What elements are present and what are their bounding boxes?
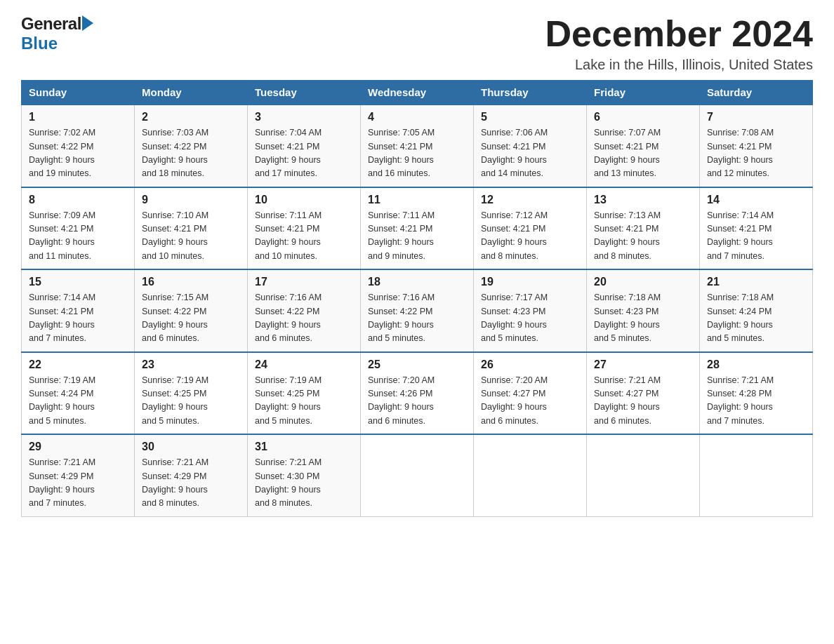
calendar-day-cell bbox=[587, 434, 700, 516]
day-info: Sunrise: 7:21 AMSunset: 4:29 PMDaylight:… bbox=[142, 456, 240, 511]
day-info: Sunrise: 7:12 AMSunset: 4:21 PMDaylight:… bbox=[481, 209, 579, 264]
calendar-header-row: SundayMondayTuesdayWednesdayThursdayFrid… bbox=[22, 81, 813, 105]
day-number: 15 bbox=[29, 276, 127, 288]
day-info: Sunrise: 7:16 AMSunset: 4:22 PMDaylight:… bbox=[368, 291, 466, 346]
calendar-day-cell: 23Sunrise: 7:19 AMSunset: 4:25 PMDayligh… bbox=[135, 352, 248, 435]
day-number: 9 bbox=[142, 194, 240, 206]
day-of-week-header: Friday bbox=[587, 81, 700, 105]
day-info: Sunrise: 7:15 AMSunset: 4:22 PMDaylight:… bbox=[142, 291, 240, 346]
day-info: Sunrise: 7:21 AMSunset: 4:29 PMDaylight:… bbox=[29, 456, 127, 511]
day-info: Sunrise: 7:17 AMSunset: 4:23 PMDaylight:… bbox=[481, 291, 579, 346]
calendar-day-cell: 10Sunrise: 7:11 AMSunset: 4:21 PMDayligh… bbox=[248, 187, 361, 270]
day-info: Sunrise: 7:11 AMSunset: 4:21 PMDaylight:… bbox=[255, 209, 353, 264]
day-info: Sunrise: 7:08 AMSunset: 4:21 PMDaylight:… bbox=[707, 126, 805, 181]
calendar-day-cell: 4Sunrise: 7:05 AMSunset: 4:21 PMDaylight… bbox=[361, 105, 474, 187]
calendar-day-cell: 29Sunrise: 7:21 AMSunset: 4:29 PMDayligh… bbox=[22, 434, 135, 516]
calendar-day-cell: 5Sunrise: 7:06 AMSunset: 4:21 PMDaylight… bbox=[474, 105, 587, 187]
day-info: Sunrise: 7:21 AMSunset: 4:30 PMDaylight:… bbox=[255, 456, 353, 511]
day-info: Sunrise: 7:09 AMSunset: 4:21 PMDaylight:… bbox=[29, 209, 127, 264]
day-of-week-header: Thursday bbox=[474, 81, 587, 105]
calendar-day-cell: 14Sunrise: 7:14 AMSunset: 4:21 PMDayligh… bbox=[700, 187, 813, 270]
day-info: Sunrise: 7:04 AMSunset: 4:21 PMDaylight:… bbox=[255, 126, 353, 181]
calendar-day-cell: 28Sunrise: 7:21 AMSunset: 4:28 PMDayligh… bbox=[700, 352, 813, 435]
day-info: Sunrise: 7:19 AMSunset: 4:25 PMDaylight:… bbox=[142, 374, 240, 429]
day-number: 12 bbox=[481, 194, 579, 206]
day-number: 3 bbox=[255, 111, 353, 123]
calendar-day-cell: 11Sunrise: 7:11 AMSunset: 4:21 PMDayligh… bbox=[361, 187, 474, 270]
calendar-day-cell: 9Sunrise: 7:10 AMSunset: 4:21 PMDaylight… bbox=[135, 187, 248, 270]
calendar-day-cell: 26Sunrise: 7:20 AMSunset: 4:27 PMDayligh… bbox=[474, 352, 587, 435]
calendar-day-cell: 6Sunrise: 7:07 AMSunset: 4:21 PMDaylight… bbox=[587, 105, 700, 187]
day-number: 4 bbox=[368, 111, 466, 123]
calendar-day-cell: 12Sunrise: 7:12 AMSunset: 4:21 PMDayligh… bbox=[474, 187, 587, 270]
calendar-day-cell bbox=[361, 434, 474, 516]
calendar-day-cell: 24Sunrise: 7:19 AMSunset: 4:25 PMDayligh… bbox=[248, 352, 361, 435]
day-number: 26 bbox=[481, 358, 579, 371]
calendar-week-row: 15Sunrise: 7:14 AMSunset: 4:21 PMDayligh… bbox=[22, 269, 813, 352]
day-info: Sunrise: 7:19 AMSunset: 4:24 PMDaylight:… bbox=[29, 374, 127, 429]
location-subtitle: Lake in the Hills, Illinois, United Stat… bbox=[545, 57, 813, 73]
day-of-week-header: Sunday bbox=[22, 81, 135, 105]
day-number: 10 bbox=[255, 194, 353, 206]
day-number: 13 bbox=[594, 194, 692, 206]
day-number: 30 bbox=[142, 441, 240, 453]
calendar-day-cell bbox=[474, 434, 587, 516]
day-info: Sunrise: 7:18 AMSunset: 4:23 PMDaylight:… bbox=[594, 291, 692, 346]
day-number: 25 bbox=[368, 358, 466, 371]
day-of-week-header: Wednesday bbox=[361, 81, 474, 105]
calendar-day-cell: 7Sunrise: 7:08 AMSunset: 4:21 PMDaylight… bbox=[700, 105, 813, 187]
day-number: 19 bbox=[481, 276, 579, 288]
day-number: 24 bbox=[255, 358, 353, 371]
calendar-day-cell: 13Sunrise: 7:13 AMSunset: 4:21 PMDayligh… bbox=[587, 187, 700, 270]
calendar-day-cell: 22Sunrise: 7:19 AMSunset: 4:24 PMDayligh… bbox=[22, 352, 135, 435]
calendar-day-cell: 19Sunrise: 7:17 AMSunset: 4:23 PMDayligh… bbox=[474, 269, 587, 352]
calendar-day-cell: 15Sunrise: 7:14 AMSunset: 4:21 PMDayligh… bbox=[22, 269, 135, 352]
title-section: December 2024 Lake in the Hills, Illinoi… bbox=[545, 14, 813, 73]
day-info: Sunrise: 7:20 AMSunset: 4:26 PMDaylight:… bbox=[368, 374, 466, 429]
calendar-day-cell: 3Sunrise: 7:04 AMSunset: 4:21 PMDaylight… bbox=[248, 105, 361, 187]
day-of-week-header: Saturday bbox=[700, 81, 813, 105]
calendar-day-cell: 20Sunrise: 7:18 AMSunset: 4:23 PMDayligh… bbox=[587, 269, 700, 352]
logo-triangle-icon bbox=[82, 15, 93, 31]
day-info: Sunrise: 7:02 AMSunset: 4:22 PMDaylight:… bbox=[29, 126, 127, 181]
calendar-day-cell: 2Sunrise: 7:03 AMSunset: 4:22 PMDaylight… bbox=[135, 105, 248, 187]
day-info: Sunrise: 7:06 AMSunset: 4:21 PMDaylight:… bbox=[481, 126, 579, 181]
calendar-day-cell: 8Sunrise: 7:09 AMSunset: 4:21 PMDaylight… bbox=[22, 187, 135, 270]
day-number: 20 bbox=[594, 276, 692, 288]
day-info: Sunrise: 7:21 AMSunset: 4:28 PMDaylight:… bbox=[707, 374, 805, 429]
day-number: 16 bbox=[142, 276, 240, 288]
day-number: 27 bbox=[594, 358, 692, 371]
day-info: Sunrise: 7:14 AMSunset: 4:21 PMDaylight:… bbox=[29, 291, 127, 346]
day-number: 18 bbox=[368, 276, 466, 288]
day-number: 21 bbox=[707, 276, 805, 288]
calendar-day-cell bbox=[700, 434, 813, 516]
month-title: December 2024 bbox=[545, 14, 813, 54]
logo-blue-text: Blue bbox=[21, 34, 58, 53]
calendar-day-cell: 1Sunrise: 7:02 AMSunset: 4:22 PMDaylight… bbox=[22, 105, 135, 187]
day-info: Sunrise: 7:18 AMSunset: 4:24 PMDaylight:… bbox=[707, 291, 805, 346]
calendar-day-cell: 18Sunrise: 7:16 AMSunset: 4:22 PMDayligh… bbox=[361, 269, 474, 352]
day-info: Sunrise: 7:10 AMSunset: 4:21 PMDaylight:… bbox=[142, 209, 240, 264]
calendar-week-row: 22Sunrise: 7:19 AMSunset: 4:24 PMDayligh… bbox=[22, 352, 813, 435]
day-number: 11 bbox=[368, 194, 466, 206]
day-of-week-header: Monday bbox=[135, 81, 248, 105]
calendar-day-cell: 31Sunrise: 7:21 AMSunset: 4:30 PMDayligh… bbox=[248, 434, 361, 516]
logo: General Blue bbox=[21, 14, 93, 53]
calendar-week-row: 8Sunrise: 7:09 AMSunset: 4:21 PMDaylight… bbox=[22, 187, 813, 270]
day-number: 2 bbox=[142, 111, 240, 123]
calendar-week-row: 1Sunrise: 7:02 AMSunset: 4:22 PMDaylight… bbox=[22, 105, 813, 187]
day-info: Sunrise: 7:11 AMSunset: 4:21 PMDaylight:… bbox=[368, 209, 466, 264]
day-number: 14 bbox=[707, 194, 805, 206]
calendar-table: SundayMondayTuesdayWednesdayThursdayFrid… bbox=[21, 80, 813, 517]
day-number: 28 bbox=[707, 358, 805, 371]
day-info: Sunrise: 7:13 AMSunset: 4:21 PMDaylight:… bbox=[594, 209, 692, 264]
day-number: 23 bbox=[142, 358, 240, 371]
day-info: Sunrise: 7:21 AMSunset: 4:27 PMDaylight:… bbox=[594, 374, 692, 429]
page-header: General Blue December 2024 Lake in the H… bbox=[21, 14, 813, 73]
logo-general-text: General bbox=[21, 14, 81, 34]
day-number: 1 bbox=[29, 111, 127, 123]
day-number: 29 bbox=[29, 441, 127, 453]
day-info: Sunrise: 7:16 AMSunset: 4:22 PMDaylight:… bbox=[255, 291, 353, 346]
day-number: 8 bbox=[29, 194, 127, 206]
calendar-day-cell: 17Sunrise: 7:16 AMSunset: 4:22 PMDayligh… bbox=[248, 269, 361, 352]
